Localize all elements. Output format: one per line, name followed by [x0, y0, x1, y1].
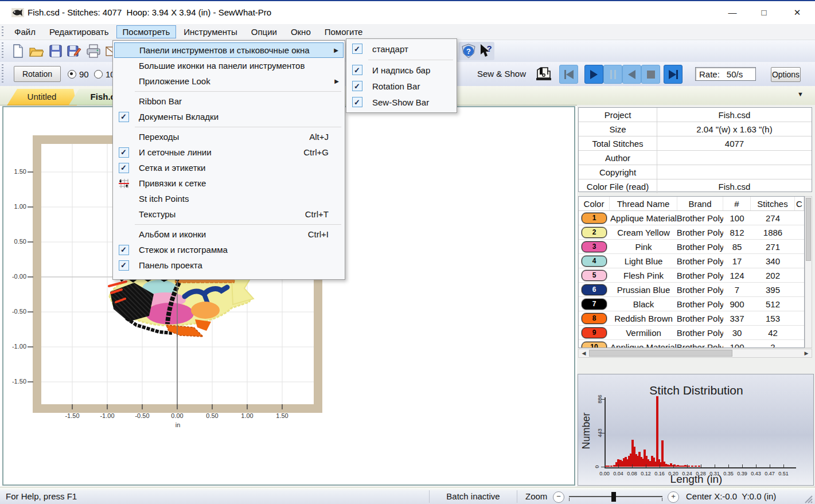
- header-thread-name[interactable]: Thread Name: [610, 197, 677, 210]
- menu-item-stitch-points[interactable]: St itch Points: [114, 191, 344, 206]
- submenu-item-rotation-bar[interactable]: ✓ Rotation Bar: [348, 78, 455, 94]
- rotation-radio-90[interactable]: 90: [68, 69, 89, 79]
- print-icon[interactable]: [86, 44, 101, 58]
- sew-play-button[interactable]: [584, 65, 603, 84]
- menu-tools[interactable]: Инструменты: [177, 25, 244, 38]
- menu-item-jumps[interactable]: Переходы Alt+J: [114, 129, 344, 144]
- submenu-item-sew-show-bar[interactable]: ✓ Sew-Show Bar: [348, 94, 455, 110]
- menu-help[interactable]: Помогите: [318, 25, 369, 38]
- tab-untitled[interactable]: Untitled: [7, 89, 77, 106]
- thread-row[interactable]: 5 Flesh Pink Brother Poly 124 202: [579, 268, 804, 283]
- rotation-button[interactable]: Rotation: [14, 66, 61, 82]
- sew-first-button[interactable]: [559, 65, 578, 84]
- menu-item-project-panel[interactable]: ✓ Панель проекта: [114, 257, 344, 273]
- menu-item-large-icons[interactable]: Большие иконки на панели инструментов: [114, 58, 344, 73]
- thread-swatch-cell[interactable]: 4: [579, 254, 610, 268]
- help-icon[interactable]: ?: [461, 44, 476, 58]
- thread-color-swatch[interactable]: 8: [582, 313, 607, 324]
- toolbar1-gripper[interactable]: [2, 42, 3, 60]
- thread-swatch-cell[interactable]: 5: [579, 268, 610, 282]
- thread-row[interactable]: 10 Applique Material Brother Poly 100 2: [579, 340, 804, 348]
- color-table-hscrollbar[interactable]: ◀ ▶: [578, 349, 812, 358]
- menu-item-toolbars[interactable]: Панели инструментов и стыковочные окна ▶: [114, 42, 344, 58]
- radio-90-circle[interactable]: [68, 70, 76, 79]
- menu-window[interactable]: Окно: [284, 25, 317, 38]
- menu-view[interactable]: Посмотреть: [116, 25, 177, 38]
- stitch-histogram-panel: Stitch Distribution Number 0.000.040.080…: [578, 374, 814, 486]
- thread-swatch-cell[interactable]: 3: [579, 240, 610, 253]
- vscroll-thumb[interactable]: [806, 198, 811, 261]
- thread-row[interactable]: 3 Pink Brother Poly 85 271: [579, 240, 804, 254]
- minimize-button[interactable]: —: [719, 1, 746, 24]
- thread-swatch-cell[interactable]: 6: [579, 283, 610, 296]
- thread-row[interactable]: 9 Vermilion Brother Poly 30 42: [579, 326, 804, 340]
- open-folder-icon[interactable]: [29, 44, 44, 58]
- hscroll-right-arrow[interactable]: ▶: [802, 349, 810, 357]
- header-number[interactable]: #: [723, 197, 751, 210]
- toolbar2-gripper[interactable]: [2, 64, 3, 84]
- header-stitches[interactable]: Stitches: [751, 197, 795, 210]
- menu-item-album-icons[interactable]: Альбом и иконки Ctrl+I: [114, 226, 344, 242]
- thread-row[interactable]: 7 Black Brother Poly 900 512: [579, 297, 804, 311]
- tab-list-dropdown-icon[interactable]: ▼: [797, 91, 804, 97]
- menu-item-snap-to-grid[interactable]: Привязки к сетке: [114, 175, 344, 191]
- hscroll-thumb[interactable]: [589, 350, 732, 357]
- rate-field[interactable]: Rate: 50/s: [695, 67, 756, 81]
- sew-last-button[interactable]: [664, 65, 683, 84]
- save-as-icon[interactable]: [67, 44, 81, 58]
- submenu-item-standard[interactable]: ✓ стандарт: [348, 41, 455, 57]
- thread-color-swatch[interactable]: 4: [582, 256, 607, 267]
- header-brand[interactable]: Brand: [677, 197, 723, 210]
- menu-item-gridlines[interactable]: ✓ И сеточные линии Ctrl+G: [114, 144, 344, 160]
- menu-file[interactable]: Файл: [8, 25, 42, 38]
- thread-row[interactable]: 2 Cream Yellow Brother Poly 812 1886: [579, 225, 804, 240]
- zoom-in-button[interactable]: +: [668, 491, 679, 503]
- zoom-out-button[interactable]: −: [553, 491, 564, 503]
- context-help-icon[interactable]: ?: [478, 44, 493, 58]
- thread-color-swatch[interactable]: 1: [582, 213, 607, 224]
- thread-swatch-cell[interactable]: 7: [579, 297, 610, 311]
- zoom-slider-thumb[interactable]: [611, 492, 616, 502]
- menu-item-stitch-histogram[interactable]: ✓ Стежок и гистограмма: [114, 242, 344, 257]
- thread-color-swatch[interactable]: 5: [582, 270, 607, 281]
- resize-grip[interactable]: [804, 495, 813, 504]
- thread-row[interactable]: 4 Light Blue Brother Poly 17 340: [579, 254, 804, 268]
- thread-color-swatch[interactable]: 3: [582, 241, 607, 252]
- thread-swatch-cell[interactable]: 8: [579, 311, 610, 325]
- menu-item-document-tabs[interactable]: ✓ Документы Вкладки: [114, 109, 344, 124]
- thread-color-swatch[interactable]: 10: [582, 342, 607, 349]
- thread-color-swatch[interactable]: 9: [582, 327, 607, 338]
- options-button[interactable]: Options: [771, 67, 801, 82]
- radio-10-circle[interactable]: [94, 70, 103, 79]
- thread-row[interactable]: 1 Applique Material Brother Poly 100 274: [579, 211, 804, 225]
- menu-options[interactable]: Опции: [245, 25, 283, 38]
- close-button[interactable]: ✕: [784, 1, 810, 24]
- save-icon[interactable]: [48, 44, 63, 58]
- thread-swatch-cell[interactable]: 2: [579, 225, 610, 239]
- thread-color-swatch[interactable]: 6: [582, 284, 607, 295]
- header-color[interactable]: Color: [579, 197, 610, 210]
- menu-item-textures[interactable]: Текстуры Ctrl+T: [114, 206, 344, 222]
- menu-edit[interactable]: Редактировать: [43, 25, 115, 38]
- sew-stop-button[interactable]: [641, 65, 660, 84]
- menu-item-grid-labels[interactable]: ✓ Сетка и этикетки: [114, 160, 344, 175]
- submenu-item-caption-bar[interactable]: ✓ И надпись бар: [348, 62, 455, 78]
- header-truncated[interactable]: C: [795, 197, 804, 210]
- hscroll-left-arrow[interactable]: ◀: [580, 349, 588, 357]
- thread-color-swatch[interactable]: 7: [582, 299, 607, 310]
- color-table-vscrollbar[interactable]: [805, 196, 812, 348]
- thread-swatch-cell[interactable]: 1: [579, 211, 610, 225]
- thread-color-swatch[interactable]: 2: [582, 227, 607, 238]
- menu-item-application-look[interactable]: Приложение Look ▶: [114, 73, 344, 89]
- menubar-gripper[interactable]: [2, 26, 3, 37]
- menu-item-ribbon-bar[interactable]: Ribbon Bar: [114, 93, 344, 109]
- maximize-button[interactable]: □: [751, 1, 777, 24]
- sew-back-button[interactable]: [622, 65, 641, 84]
- new-document-icon[interactable]: [10, 44, 25, 58]
- thread-swatch-cell[interactable]: 9: [579, 326, 610, 339]
- sewing-machine-icon[interactable]: [535, 65, 552, 83]
- thread-row[interactable]: 6 Prussian Blue Brother Poly 7 395: [579, 283, 804, 297]
- thread-row[interactable]: 8 Reddish Brown Brother Poly 337 153: [579, 311, 804, 326]
- thread-swatch-cell[interactable]: 10: [579, 340, 610, 348]
- sew-pause-button[interactable]: [603, 65, 622, 84]
